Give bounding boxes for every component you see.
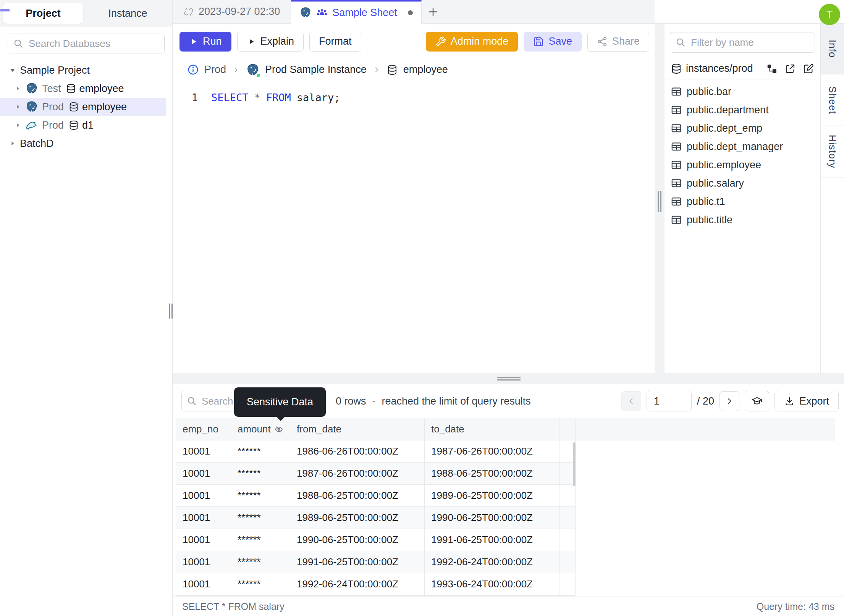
schema-diagram-icon[interactable] — [766, 63, 778, 74]
sheet-tab-label: Sample Sheet — [332, 7, 397, 19]
sheet-tab-bar: 2023-09-27 02:30 Sample Sheet — [173, 0, 655, 24]
format-button[interactable]: Format — [309, 32, 361, 52]
external-link-icon[interactable] — [784, 63, 796, 74]
breadcrumb-environment[interactable]: Prod — [204, 64, 226, 76]
row-count: 0 rows — [336, 395, 366, 407]
search-databases-input[interactable] — [8, 34, 165, 53]
learn-button[interactable] — [745, 391, 769, 411]
tree-item-test-employee[interactable]: Test employee — [0, 79, 172, 98]
chevron-right-icon — [14, 103, 22, 111]
tree-item-prod-employee[interactable]: Prod employee — [0, 98, 166, 116]
share-icon — [597, 36, 608, 47]
database-icon — [68, 120, 79, 131]
code-line: 1 SELECT*FROMsalary; — [173, 90, 645, 105]
table-list-item[interactable]: public.bar — [665, 82, 820, 101]
chevron-right-icon — [14, 84, 22, 93]
table-row[interactable]: 10001******1987-06-26T00:00:00Z1988-06-2… — [176, 463, 575, 485]
side-tab-strip: Info Sheet History — [820, 24, 844, 373]
run-label: Run — [203, 35, 222, 47]
table-icon — [671, 159, 682, 171]
add-sheet-button[interactable] — [422, 0, 445, 23]
table-row[interactable]: 10001******1990-06-25T00:00:00Z1991-06-2… — [176, 529, 575, 551]
plus-icon — [427, 6, 439, 18]
eye-off-icon[interactable] — [274, 425, 283, 434]
tree-item-batchd[interactable]: BatchD — [0, 134, 172, 153]
table-list-item[interactable]: public.t1 — [665, 192, 820, 211]
result-status-bar: SELECT * FROM salary Query time: 43 ms — [173, 597, 844, 616]
result-summary: 0 rows - reached the limit of query resu… — [336, 395, 531, 407]
table-list-item[interactable]: public.salary — [665, 174, 820, 192]
edit-icon[interactable] — [803, 63, 814, 74]
save-button[interactable]: Save — [524, 32, 582, 52]
page-total: / 20 — [697, 395, 714, 407]
table-list-item[interactable]: public.dept_emp — [665, 119, 820, 137]
table-row[interactable]: 10001******1992-06-24T00:00:00Z1993-06-2… — [176, 573, 575, 595]
limit-notice: reached the limit of query results — [382, 395, 531, 407]
sheet-tab-sample-sheet[interactable]: Sample Sheet — [291, 0, 422, 24]
results-resize-handle[interactable] — [173, 373, 844, 384]
table-icon — [671, 196, 682, 207]
query-results-panel: 0 rows - reached the limit of query resu… — [173, 384, 844, 597]
share-label: Share — [612, 35, 640, 47]
explain-button[interactable]: Explain — [237, 32, 304, 52]
postgresql-icon — [299, 6, 312, 19]
format-label: Format — [319, 35, 352, 47]
table-list-item[interactable]: public.employee — [665, 156, 820, 174]
chevron-right-icon — [14, 121, 22, 129]
database-icon — [66, 83, 76, 94]
table-scrollbar-thumb[interactable] — [573, 442, 576, 486]
export-button[interactable]: Export — [774, 391, 839, 411]
admin-mode-button[interactable]: Admin mode — [426, 32, 518, 52]
table-row[interactable]: 10001******1991-06-25T00:00:00Z1992-06-2… — [176, 551, 575, 573]
database-icon — [68, 102, 79, 112]
tab-instance[interactable]: Instance — [83, 8, 172, 19]
result-table: emp_no amount from_date to_date 10001***… — [176, 418, 576, 596]
pagination: / 20 Export — [621, 391, 839, 411]
table-icon — [671, 141, 682, 152]
table-row[interactable]: 10001******1988-06-25T00:00:00Z1989-06-2… — [176, 485, 575, 507]
table-list-item[interactable]: public.department — [665, 101, 820, 119]
page-number-input[interactable] — [647, 391, 692, 411]
right-panel-resize-handle[interactable] — [655, 24, 665, 373]
tab-project[interactable]: Project — [3, 3, 83, 24]
breadcrumb-instance[interactable]: Prod Sample Instance — [265, 64, 367, 76]
next-page-button[interactable] — [720, 391, 739, 411]
schema-panel: instances/prod public.bar public.departm… — [665, 24, 820, 373]
table-row[interactable]: 10001******1989-06-25T00:00:00Z1990-06-2… — [176, 507, 575, 529]
side-tab-sheet[interactable]: Sheet — [821, 74, 844, 126]
save-icon — [533, 36, 544, 47]
unlink-icon — [183, 6, 194, 17]
filter-by-name-input[interactable] — [670, 32, 815, 53]
table-list-item[interactable]: public.title — [665, 211, 820, 229]
table-row[interactable]: 10001******1986-06-26T00:00:00Z1987-06-2… — [176, 440, 575, 463]
run-button[interactable]: Run — [179, 32, 231, 52]
table-filter — [670, 32, 815, 53]
database-icon — [671, 63, 682, 74]
left-sidebar: Project Instance Sample Project Test emp… — [0, 0, 173, 616]
table-icon — [671, 86, 682, 97]
side-tab-info[interactable]: Info — [821, 24, 844, 74]
avatar[interactable]: T — [819, 4, 840, 25]
sql-editor[interactable]: 1 SELECT*FROMsalary; — [173, 80, 645, 373]
prev-page-button[interactable] — [621, 391, 641, 411]
table-list-item[interactable]: public.dept_manager — [665, 137, 820, 156]
header-right: T — [655, 0, 844, 24]
environment-label: Prod — [42, 119, 64, 131]
tree-item-sample-project[interactable]: Sample Project — [0, 61, 172, 79]
database-label: employee — [82, 101, 127, 113]
info-icon[interactable] — [187, 64, 199, 76]
minimap-cursor-mark — [0, 9, 10, 11]
export-label: Export — [799, 395, 829, 407]
table-icon — [671, 104, 682, 116]
share-button[interactable]: Share — [587, 32, 649, 52]
side-tab-history[interactable]: History — [821, 126, 844, 177]
postgresql-icon — [25, 100, 38, 113]
sidebar-resize-handle[interactable] — [168, 0, 173, 616]
explain-label: Explain — [260, 35, 294, 47]
tree-item-prod-d1[interactable]: Prod d1 — [0, 116, 172, 134]
breadcrumb-database[interactable]: employee — [403, 64, 448, 76]
column-header-empty — [559, 418, 575, 440]
search-icon — [186, 396, 197, 406]
sheet-tab-unsaved[interactable]: 2023-09-27 02:30 — [173, 0, 291, 23]
editor-minimap[interactable] — [645, 80, 655, 373]
